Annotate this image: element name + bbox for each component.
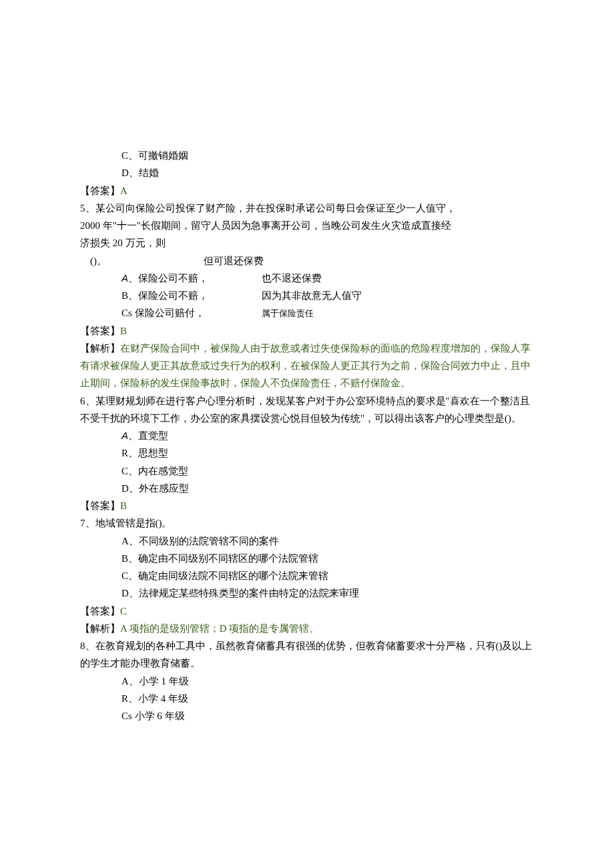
q6-option-d: D、外在感应型 <box>80 480 534 497</box>
q5-stem-line1: 5、某公司向保险公司投保了财产险，并在投保时承诺公司每日会保证至少一人值守， <box>80 199 534 217</box>
q5-opt-c-right: 属于保险责任 <box>262 308 314 318</box>
q5-analysis: 【解析】在财产保险合同中，被保险人由于故意或者过失使保险标的面临的危险程度增加的… <box>80 340 534 392</box>
q5-opt-a-prefix: A <box>121 272 128 284</box>
q5-option-c: Cs 保险公司赔付， 属于保险责任 <box>80 304 534 322</box>
answer-letter: B <box>120 500 127 511</box>
q8-stem: 8、在教育规划的各种工具中，虽然教育储蓄具有很强的优势，但教育储蓄要求十分严格，… <box>80 637 534 673</box>
q4-option-d: D、结婚 <box>80 164 534 181</box>
q5-opt-c-text: Cs 保险公司赔付， <box>121 308 205 318</box>
q5-opt-b-text: B、保险公司不赔， <box>121 290 208 301</box>
q8-option-b: R、小学 4 年级 <box>80 690 534 707</box>
q7-option-d: D、法律规定某些特殊类型的案件由特定的法院来审理 <box>80 584 534 602</box>
q4-answer: 【答案】A <box>80 182 534 199</box>
q6-option-b: R、思想型 <box>80 444 534 462</box>
answer-letter: B <box>120 326 127 336</box>
q5-stem-line2: 2000 年"十一"长假期间，留守人员因为急事离开公司，当晚公司发生火灾造成直接… <box>80 217 534 234</box>
q5-stem-line3: 济损失 20 万元，则 <box>80 234 534 252</box>
q7-option-a: A、不同级别的法院管辖不同的案件 <box>80 532 534 550</box>
q7-answer: 【答案】C <box>80 602 534 620</box>
q7-option-c: C、确定由同级法院不同辖区的哪个法院来管辖 <box>80 567 534 584</box>
q6-answer: 【答案】B <box>80 497 534 514</box>
q5-stem-tail: 但可退还保费 <box>204 256 264 266</box>
document-page: C、可撤销婚姻 D、结婚 【答案】A 5、某公司向保险公司投保了财产险，并在投保… <box>0 0 614 791</box>
q4-option-c: C、可撤销婚姻 <box>80 147 534 164</box>
answer-letter: C <box>120 606 127 616</box>
answer-label: 【答案】 <box>80 326 120 336</box>
q7-stem: 7、地域管辖是指()。 <box>80 514 534 532</box>
answer-label: 【答案】 <box>80 500 120 511</box>
q5-option-a: A、保险公司不赔， 也不退还保费 <box>80 270 534 287</box>
q5-opt-a-right: 也不退还保费 <box>262 273 322 284</box>
q7-option-b: B、确定由不同级别不同辖区的哪个法院管辖 <box>80 550 534 567</box>
q5-stem-paren: ()。 <box>90 256 107 266</box>
analysis-label: 【解析】 <box>80 623 120 634</box>
analysis-text: 在财产保险合同中，被保险人由于故意或者过失使保险标的面临的危险程度增加的，保险人… <box>80 343 531 389</box>
q5-answer: 【答案】B <box>80 322 534 340</box>
q6-opt-a-text: 、直觉型 <box>128 430 168 441</box>
q8-option-c: Cs 小学 6 年级 <box>80 707 534 725</box>
q5-opt-b-right: 因为其非故意无人值守 <box>262 290 362 301</box>
q5-opt-a-text: 、保险公司不赔， <box>128 273 208 284</box>
answer-letter: A <box>120 185 127 196</box>
q6-stem: 6、某理财规划师在进行客户心理分析时，发现某客户对于办公室环境特点的要求是"喜欢… <box>80 392 534 428</box>
q5-option-b: B、保险公司不赔， 因为其非故意无人值守 <box>80 287 534 304</box>
analysis-text: A 项指的是级别管辖；D 项指的是专属管辖。 <box>120 623 319 634</box>
answer-label: 【答案】 <box>80 606 120 616</box>
q6-option-c: C、内在感觉型 <box>80 462 534 480</box>
analysis-label: 【解析】 <box>80 343 120 354</box>
q6-opt-a-prefix: A <box>121 430 128 441</box>
q6-option-a: A、直觉型 <box>80 427 534 444</box>
q8-option-a: A、小学 1 年级 <box>80 673 534 690</box>
q7-analysis: 【解析】A 项指的是级别管辖；D 项指的是专属管辖。 <box>80 620 534 637</box>
q5-stem-line4: ()。 但可退还保费 <box>80 252 534 270</box>
answer-label: 【答案】 <box>80 185 120 196</box>
